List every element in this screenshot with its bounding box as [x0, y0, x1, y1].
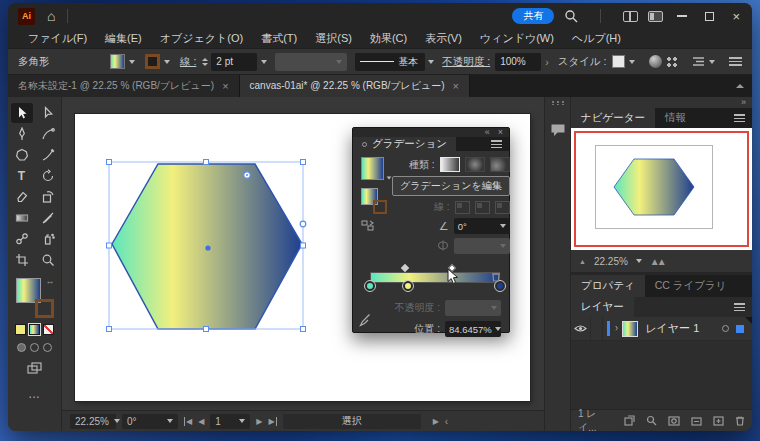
menu-effect[interactable]: 効果(C) — [362, 31, 415, 46]
delete-layer-icon[interactable] — [735, 415, 745, 426]
align-options[interactable] — [692, 56, 715, 67]
freeform-gradient-button[interactable] — [490, 157, 510, 172]
navigator-panel-menu-icon[interactable] — [734, 114, 745, 122]
share-button[interactable]: 共有 — [512, 8, 554, 24]
gradient-stroke-proxy[interactable] — [373, 200, 387, 214]
selection-indicator[interactable] — [736, 325, 744, 333]
width-profile-dropdown[interactable]: 基本 — [355, 53, 425, 71]
make-mask-icon[interactable] — [668, 416, 680, 426]
zoom-level-dropdown[interactable]: 22.25% — [70, 414, 116, 429]
stroke-weight-label[interactable]: 線 : — [180, 55, 196, 69]
draw-behind-mode[interactable] — [30, 343, 39, 352]
status-back-icon[interactable]: ‹ — [445, 416, 448, 427]
home-icon[interactable]: ⌂ — [47, 9, 55, 23]
width-profile-chevron-icon[interactable] — [428, 60, 434, 64]
rotate-tool[interactable] — [37, 166, 59, 186]
previous-artboard-icon[interactable]: ◀ — [198, 417, 204, 426]
edit-gradient-button[interactable]: グラデーションを編集 — [392, 176, 510, 196]
eraser-tool[interactable] — [11, 187, 33, 207]
gradient-preset-chevron-icon[interactable] — [387, 176, 392, 179]
navigator-zoom-value[interactable]: 22.25% — [594, 256, 628, 267]
none-button[interactable] — [43, 324, 54, 335]
gradient-button[interactable] — [29, 324, 40, 335]
control-panel-menu-icon[interactable] — [729, 57, 742, 66]
menu-help[interactable]: ヘルプ(H) — [564, 31, 629, 46]
workspace-switcher-icon[interactable] — [648, 11, 663, 22]
status-expand-icon[interactable]: ▶ — [433, 417, 439, 426]
last-artboard-icon[interactable]: ▶ — [268, 417, 276, 426]
gradient-stop-start[interactable] — [365, 281, 375, 291]
visibility-toggle[interactable] — [571, 317, 591, 340]
menu-type[interactable]: 書式(T) — [253, 31, 305, 46]
artboard-tool[interactable] — [11, 250, 33, 270]
navigator-proxy-view-box[interactable] — [574, 131, 749, 247]
fill-color-swatch[interactable] — [110, 54, 125, 69]
blend-tool[interactable] — [11, 229, 33, 249]
close-window-button[interactable]: × — [732, 10, 740, 23]
collect-for-export-icon[interactable] — [624, 415, 635, 426]
layer-row[interactable]: ‹ レイヤー 1 — [571, 317, 752, 341]
close-tab-icon[interactable]: × — [453, 81, 459, 92]
swap-fill-stroke-icon[interactable]: ↔ — [46, 276, 55, 286]
target-circle-icon[interactable] — [722, 325, 729, 332]
zoom-tool[interactable] — [37, 250, 59, 270]
close-panel-icon[interactable]: × — [498, 128, 503, 137]
document-tab-canvas01[interactable]: canvas-01ai* @ 22.25 % (RGB/プレビュー) × — [240, 75, 470, 97]
opacity-label[interactable]: 不透明度 : — [442, 55, 490, 69]
expand-layer-icon[interactable]: ‹ — [615, 323, 618, 334]
artboard-number-dropdown[interactable]: 1 — [210, 414, 250, 429]
layer-name[interactable]: レイヤー 1 — [645, 321, 699, 336]
direct-selection-tool[interactable] — [37, 103, 59, 123]
gradient-fill-stroke-indicator[interactable] — [361, 188, 387, 214]
arrange-documents-icon[interactable] — [623, 11, 638, 22]
menu-view[interactable]: 表示(V) — [417, 31, 470, 46]
tab-cc-libraries[interactable]: CC ライブラリ — [645, 275, 737, 297]
style-swatch[interactable] — [612, 55, 625, 68]
hexagon-shape[interactable] — [102, 155, 314, 341]
color-button[interactable] — [15, 324, 26, 335]
opacity-more-icon[interactable]: › — [545, 56, 549, 68]
opacity-field[interactable]: 100% — [495, 53, 541, 71]
illustrator-app-icon[interactable]: Ai — [18, 8, 35, 25]
edit-toolbar-icon[interactable]: … — [28, 387, 41, 401]
type-tool[interactable]: T — [11, 166, 33, 186]
zoom-in-icon[interactable]: ▲▲ — [650, 256, 664, 267]
document-tab-untitled[interactable]: 名称未設定-1 @ 22.25 % (RGB/プレビュー) × — [8, 75, 240, 97]
gradient-stop-mid[interactable] — [403, 281, 413, 291]
menu-window[interactable]: ウィンドウ(W) — [472, 31, 562, 46]
gradient-annotator-icon[interactable] — [359, 313, 371, 329]
rotation-dropdown[interactable]: 0° — [122, 414, 178, 429]
layers-panel-menu-icon[interactable] — [734, 303, 745, 311]
search-icon[interactable] — [564, 9, 578, 23]
stop-position-field[interactable]: 84.6457% — [445, 321, 501, 337]
gradient-panel-tab[interactable]: グラデーション — [353, 137, 456, 151]
menu-object[interactable]: オブジェクト(O) — [152, 31, 251, 46]
fill-stroke-indicator[interactable]: ↔ — [16, 278, 54, 318]
tab-info[interactable]: 情報 — [655, 108, 696, 128]
new-sublayer-icon[interactable] — [691, 416, 702, 426]
gradient-panel-menu-icon[interactable] — [491, 140, 502, 148]
gradient-slider[interactable] — [361, 262, 501, 298]
touch-workspace-icon[interactable] — [666, 56, 678, 68]
gradient-ramp[interactable] — [370, 272, 500, 283]
navigator-preview[interactable] — [571, 128, 752, 250]
symbol-sprayer-tool[interactable] — [37, 229, 59, 249]
document-setup-icon[interactable] — [649, 55, 662, 68]
draw-normal-mode[interactable] — [17, 343, 26, 352]
screen-mode-icon[interactable] — [27, 362, 43, 377]
selection-tool[interactable] — [11, 103, 33, 123]
free-transform-tool[interactable] — [37, 187, 59, 207]
tab-layers[interactable]: レイヤー — [571, 297, 634, 317]
stroke-weight-stepper[interactable] — [202, 58, 208, 66]
fill-chevron-icon[interactable] — [129, 60, 135, 64]
new-layer-icon[interactable] — [713, 416, 724, 426]
close-tab-icon[interactable]: × — [222, 81, 228, 92]
layer-thumbnail[interactable] — [622, 321, 638, 337]
linear-gradient-button[interactable] — [440, 157, 460, 172]
radial-gradient-button[interactable] — [465, 157, 485, 172]
stroke-color-swatch[interactable] — [145, 54, 160, 69]
zoom-out-icon[interactable]: ▲ — [579, 258, 586, 265]
stroke-proxy-swatch[interactable] — [35, 299, 54, 318]
panel-grip[interactable] — [551, 101, 565, 105]
gradient-angle-field[interactable]: 0° — [454, 218, 510, 234]
